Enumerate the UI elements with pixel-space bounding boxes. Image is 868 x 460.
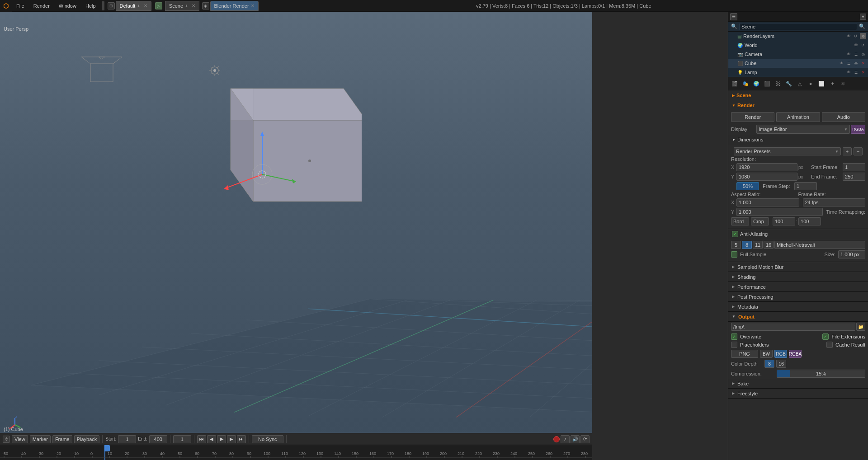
camera-eye[interactable]: 👁: [845, 51, 852, 57]
bake-section[interactable]: ▶ Bake: [728, 379, 868, 389]
res-x-input[interactable]: 1920: [736, 163, 797, 171]
scene-tab-add[interactable]: +: [183, 3, 189, 9]
lamp-cursor[interactable]: ☰: [853, 69, 859, 75]
scene-tab[interactable]: Scene + ✕: [165, 1, 199, 11]
mute-btn[interactable]: 🔊: [571, 435, 580, 443]
start-frame-input[interactable]: 1: [118, 435, 136, 443]
render-tab[interactable]: 🎬: [730, 79, 740, 89]
tl-frame-btn[interactable]: Frame: [52, 435, 72, 443]
filter-icon[interactable]: ▼: [860, 14, 866, 20]
object-tab-prop[interactable]: ⬛: [762, 79, 772, 89]
modifier-tab[interactable]: 🔧: [784, 79, 794, 89]
lamp-eye[interactable]: 👁: [845, 69, 852, 75]
dimensions-header[interactable]: ▼ Dimensions: [728, 135, 868, 145]
texture-tab[interactable]: ⬜: [816, 79, 826, 89]
output-section-header[interactable]: ▼ Output: [728, 312, 868, 322]
aa-16[interactable]: 16: [764, 241, 774, 249]
renderlayers-cursor[interactable]: ↺: [853, 33, 859, 39]
time-remap-new[interactable]: 100: [798, 217, 821, 225]
aspect-x-input[interactable]: 1.000: [736, 198, 799, 207]
end-frame-input[interactable]: 400: [149, 435, 167, 443]
prev-frame-btn[interactable]: ◀: [207, 435, 216, 443]
renderlayers-settings[interactable]: ⚙: [860, 33, 866, 39]
presets-remove-btn[interactable]: −: [854, 147, 863, 155]
no-sync-select[interactable]: No Sync: [252, 435, 283, 443]
menu-file[interactable]: File: [12, 0, 29, 11]
start-frame-val[interactable]: 1: [843, 163, 865, 171]
menu-help[interactable]: Help: [81, 0, 100, 11]
world-cursor[interactable]: ↺: [860, 42, 866, 48]
camera-cursor[interactable]: ☰: [853, 51, 859, 57]
jump-start-btn[interactable]: ⏮: [197, 435, 206, 443]
jump-end-btn[interactable]: ⏭: [237, 435, 246, 443]
tl-view-btn[interactable]: View: [12, 435, 28, 443]
sampled-motion-blur-section[interactable]: ▶ Sampled Motion Blur: [728, 262, 868, 272]
frame-rate-val[interactable]: 24 fps: [803, 198, 866, 207]
scene-tab-prop[interactable]: 🎭: [741, 79, 750, 89]
animation-btn[interactable]: Animation: [776, 112, 820, 122]
format-select[interactable]: PNG: [731, 350, 758, 358]
tab-close-btn[interactable]: ✕: [144, 3, 147, 8]
output-folder-btn[interactable]: 📁: [856, 323, 865, 331]
scene-search-icon[interactable]: 🔍: [859, 23, 865, 30]
metadata-section[interactable]: ▶ Metadata: [728, 302, 868, 312]
render-tab-close[interactable]: ✕: [251, 3, 255, 8]
outliner-item-camera[interactable]: 📷 Camera 👁 ☰ ◎: [728, 50, 868, 59]
presets-add-btn[interactable]: +: [843, 147, 852, 155]
audio-btn[interactable]: Audio: [822, 112, 865, 122]
aa-11[interactable]: 11: [753, 241, 763, 249]
file-ext-checkbox[interactable]: ✓: [822, 333, 829, 340]
cube-cursor[interactable]: ☰: [845, 60, 852, 66]
sync-btn[interactable]: ⟳: [580, 435, 590, 443]
freestyle-section[interactable]: ▶ Freestyle: [728, 389, 868, 399]
physics-tab[interactable]: ⚛: [838, 79, 848, 89]
data-tab[interactable]: △: [795, 79, 805, 89]
cube-render[interactable]: ◎: [853, 60, 859, 66]
outliner-item-world[interactable]: 🌍 World 👁 ↺: [728, 41, 868, 50]
particles-tab[interactable]: ✦: [827, 79, 837, 89]
timeline-type-icon[interactable]: ⏱: [3, 436, 10, 443]
outliner-item-renderlayers[interactable]: ▤ RenderLayers 👁 ↺ ⚙: [728, 32, 868, 41]
aa-filter-select[interactable]: Mitchell-Netravali: [774, 241, 865, 249]
size-input[interactable]: 1.000 px: [838, 250, 865, 258]
overwrite-checkbox[interactable]: ✓: [731, 333, 737, 340]
crop-input[interactable]: Crop: [751, 217, 769, 225]
end-frame-val[interactable]: 250: [843, 173, 865, 181]
post-processing-section[interactable]: ▶ Post Processing: [728, 292, 868, 302]
layout-tab[interactable]: Default + ✕: [116, 1, 151, 11]
world-tab-prop[interactable]: 🌍: [751, 79, 761, 89]
rgba-color-btn[interactable]: RGBA: [789, 350, 802, 358]
frame-step-val[interactable]: 1: [794, 182, 817, 190]
depth-16-btn[interactable]: 16: [776, 360, 786, 368]
scene-header[interactable]: ▶ Scene: [728, 90, 868, 100]
render-engine-icon[interactable]: ◈: [202, 2, 209, 9]
constraints-tab[interactable]: ⛓: [773, 79, 783, 89]
display-select[interactable]: Image Editor ▼: [756, 125, 850, 134]
render-presets-select[interactable]: Render Presets ▼: [734, 147, 841, 155]
menu-window[interactable]: Window: [54, 0, 81, 11]
lamp-delete[interactable]: ✕: [860, 69, 866, 75]
tl-playback-btn[interactable]: Playback: [74, 435, 100, 443]
aspect-y-input[interactable]: 1.000: [736, 208, 823, 216]
next-frame-btn[interactable]: ▶: [227, 435, 236, 443]
audio-btn[interactable]: ♪: [561, 435, 570, 443]
play-btn[interactable]: ▶: [217, 435, 226, 443]
outliner-item-cube[interactable]: ⬛ Cube 👁 ☰ ◎ ✕: [728, 59, 868, 68]
render-section-header[interactable]: ▼ Render: [728, 100, 868, 110]
aa-8[interactable]: 8: [742, 241, 752, 249]
scene-icon-tab[interactable]: ▷: [155, 2, 162, 9]
depth-8-btn[interactable]: 8: [764, 360, 774, 368]
time-remap-old[interactable]: 100: [773, 217, 795, 225]
outliner-type-icon[interactable]: ☰: [730, 13, 737, 20]
full-sample-checkbox[interactable]: [731, 251, 737, 258]
performance-section[interactable]: ▶ Performance: [728, 282, 868, 292]
tl-marker-btn[interactable]: Marker: [30, 435, 51, 443]
cache-result-checkbox[interactable]: [826, 342, 833, 348]
cube-eye[interactable]: 👁: [838, 60, 844, 66]
outliner-item-lamp[interactable]: 💡 Lamp 👁 ☰ ✕: [728, 68, 868, 77]
render-engine-tab[interactable]: Blender Render ✕: [210, 1, 259, 11]
material-tab[interactable]: ●: [806, 79, 816, 89]
menu-render[interactable]: Render: [29, 0, 54, 11]
tab-add-btn[interactable]: +: [135, 3, 142, 9]
viewport[interactable]: User Persp (1) Cube Z X Y ⊞ View Select …: [0, 12, 592, 460]
